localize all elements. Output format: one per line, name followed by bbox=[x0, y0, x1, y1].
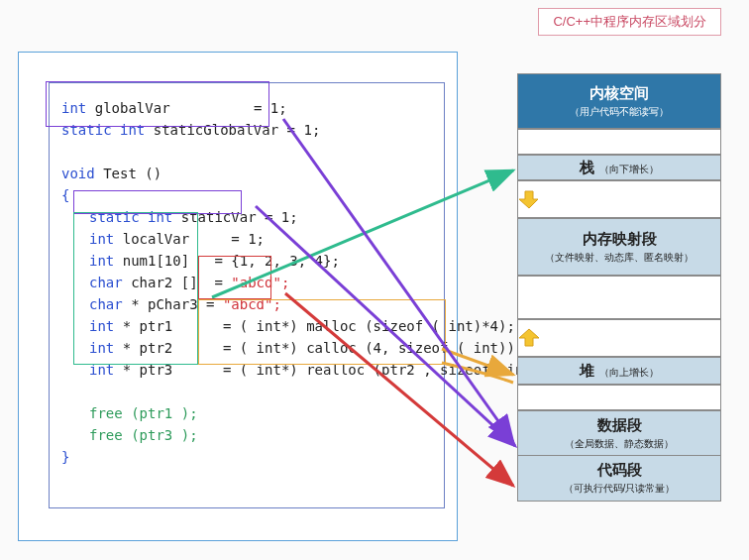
diagram-title: C/C++中程序内存区域划分 bbox=[538, 8, 721, 36]
arrow-down-icon bbox=[518, 188, 720, 210]
code-block: int globalVar = 1; static int staticGlob… bbox=[49, 82, 445, 508]
seg-gap2 bbox=[517, 276, 721, 319]
seg-data: 数据段 （全局数据、静态数据） bbox=[517, 410, 721, 456]
seg-stack: 栈 （向下增长） bbox=[517, 155, 721, 180]
code-panel: int globalVar = 1; static int staticGlob… bbox=[18, 52, 458, 541]
seg-mmap: 内存映射段 （文件映射、动态库、匿名映射） bbox=[517, 218, 721, 276]
seg-stack-arrow bbox=[517, 180, 721, 218]
seg-heap: 堆 （向上增长） bbox=[517, 357, 721, 385]
seg-gap3 bbox=[517, 385, 721, 410]
seg-gap1 bbox=[517, 129, 721, 155]
arrow-up-icon bbox=[518, 327, 720, 349]
memory-layout: 内核空间 （用户代码不能读写） 栈 （向下增长） 内存映射段 （文件映射、动态库… bbox=[517, 73, 721, 502]
seg-kernel: 内核空间 （用户代码不能读写） bbox=[517, 73, 721, 129]
seg-code: 代码段 （可执行代码/只读常量） bbox=[517, 456, 721, 502]
seg-heap-arrow bbox=[517, 319, 721, 357]
